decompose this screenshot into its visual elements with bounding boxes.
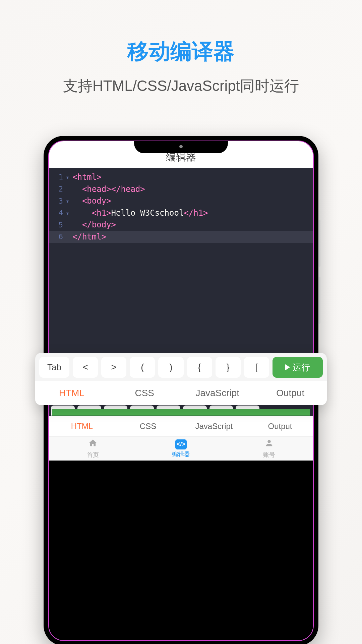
code-line[interactable]: 3▾ <body> [49,195,313,207]
lang-tab-output[interactable]: Output [254,388,327,398]
symbol-key[interactable]: } [216,357,241,378]
phone-notch [134,141,228,153]
nav-item-user[interactable]: 账号 [225,437,313,461]
nav-item-code[interactable]: </>编辑器 [137,437,225,461]
nav-label: 首页 [87,451,99,459]
side-button [318,277,320,324]
symbol-key[interactable]: { [187,357,212,378]
nav-label: 编辑器 [172,450,190,458]
svg-point-0 [267,440,270,443]
symbol-key[interactable]: > [101,357,126,378]
nav-item-home[interactable]: 首页 [49,437,137,461]
lang-tabs: HTMLCSSJavaScriptOutput [35,381,327,405]
play-icon [285,364,290,370]
lang-tab-html[interactable]: HTML [35,388,108,398]
code-icon: </> [175,439,187,449]
promo-title: 移动编译器 [0,37,362,66]
symbol-key-row: Tab<>(){}[运行 [39,357,323,378]
lang-tab-javascript[interactable]: JavaScript [181,388,254,398]
inner-tab-output[interactable]: Output [247,422,313,431]
symbol-key[interactable]: < [73,357,98,378]
run-button[interactable]: 运行 [273,357,323,378]
promo-subtitle: 支持HTML/CSS/JavaScript同时运行 [0,76,362,96]
inner-lang-tabs: HTMLCSSJavaScriptOutput [49,416,313,436]
code-line[interactable]: 4▾ <h1>Hello W3Cschool</h1> [49,207,313,219]
nav-label: 账号 [263,451,275,459]
inner-tab-javascript[interactable]: JavaScript [181,422,247,431]
code-line[interactable]: 1▾<html> [49,171,313,183]
code-line[interactable]: 2 <head></head> [49,183,313,196]
inner-tab-css[interactable]: CSS [115,422,181,431]
code-line[interactable]: 6</html> [49,231,313,243]
inner-tab-html[interactable]: HTML [49,422,115,431]
symbol-key[interactable]: ( [130,357,155,378]
side-button [318,220,320,267]
lang-tab-css[interactable]: CSS [108,388,181,398]
below-fold [49,461,313,640]
symbol-key[interactable]: ) [158,357,183,378]
user-icon [264,438,274,450]
home-icon [88,438,98,450]
code-line[interactable]: 5 </body> [49,219,313,231]
bottom-navigation: 首页</>编辑器账号 [49,436,313,461]
symbol-key[interactable]: [ [244,357,269,378]
tab-key[interactable]: Tab [39,357,69,378]
floating-toolbar: Tab<>(){}[运行 HTMLCSSJavaScriptOutput [35,353,327,405]
run-button-peek [52,409,310,416]
